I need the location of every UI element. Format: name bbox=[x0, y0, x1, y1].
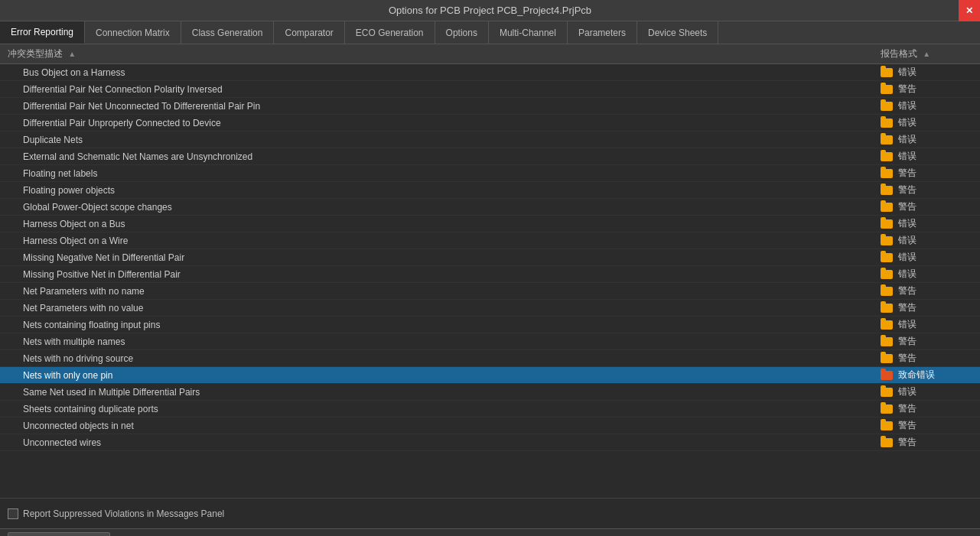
row-name: Net Parameters with no name bbox=[8, 286, 881, 297]
tab-options[interactable]: Options bbox=[435, 21, 489, 44]
table-row[interactable]: Harness Object on a Wire错误 bbox=[0, 232, 980, 249]
severity-label: 警告 bbox=[898, 402, 917, 415]
severity-label: 错误 bbox=[898, 116, 917, 129]
row-severity: 错误 bbox=[881, 150, 972, 163]
tab-error-reporting[interactable]: Error Reporting bbox=[0, 21, 85, 44]
tab-connection-matrix[interactable]: Connection Matrix bbox=[85, 21, 181, 44]
severity-label: 警告 bbox=[898, 335, 917, 348]
severity-label: 警告 bbox=[898, 83, 917, 96]
table-row[interactable]: Global Power-Object scope changes警告 bbox=[0, 199, 980, 216]
folder-icon bbox=[881, 203, 893, 212]
row-name: Differential Pair Net Connection Polarit… bbox=[8, 84, 881, 95]
severity-label: 警告 bbox=[898, 284, 917, 297]
severity-label: 错误 bbox=[898, 251, 917, 264]
table-row[interactable]: Floating power objects警告 bbox=[0, 182, 980, 199]
row-severity: 警告 bbox=[881, 335, 972, 348]
severity-label: 错误 bbox=[898, 99, 917, 112]
sort-arrow-col1: ▲ bbox=[68, 50, 76, 58]
folder-icon bbox=[881, 404, 893, 414]
row-severity: 致命错误 bbox=[881, 369, 972, 382]
row-severity: 错误 bbox=[881, 234, 972, 247]
folder-icon bbox=[881, 152, 893, 161]
row-severity: 错误 bbox=[881, 318, 972, 331]
table-row[interactable]: Differential Pair Net Connection Polarit… bbox=[0, 81, 980, 98]
table-row[interactable]: Nets with only one pin致命错误 bbox=[0, 367, 980, 384]
close-button[interactable]: ✕ bbox=[959, 0, 980, 21]
folder-icon bbox=[881, 236, 893, 245]
tab-eco-generation[interactable]: ECO Generation bbox=[345, 21, 435, 44]
table-row[interactable]: Harness Object on a Bus错误 bbox=[0, 216, 980, 232]
table-row[interactable]: Net Parameters with no name警告 bbox=[0, 283, 980, 300]
row-severity: 警告 bbox=[881, 284, 972, 297]
severity-label: 错误 bbox=[898, 385, 917, 398]
table-row[interactable]: Nets containing floating input pins错误 bbox=[0, 317, 980, 333]
severity-label: 警告 bbox=[898, 167, 917, 180]
row-severity: 警告 bbox=[881, 402, 972, 415]
table-row[interactable]: External and Schematic Net Names are Uns… bbox=[0, 148, 980, 165]
severity-label: 警告 bbox=[898, 200, 917, 213]
row-name: Unconnected objects in net bbox=[8, 421, 881, 431]
folder-icon bbox=[881, 287, 893, 296]
row-name: Bus Object on a Harness bbox=[8, 67, 881, 78]
table-row[interactable]: Same Net used in Multiple Differential P… bbox=[0, 384, 980, 401]
folder-icon bbox=[881, 68, 893, 77]
row-severity: 警告 bbox=[881, 167, 972, 180]
row-name: Harness Object on a Bus bbox=[8, 219, 881, 229]
table-row[interactable]: Bus Object on a Harness错误 bbox=[0, 64, 980, 81]
row-name: Missing Positive Net in Differential Pai… bbox=[8, 269, 881, 280]
table-row[interactable]: Differential Pair Net Unconnected To Dif… bbox=[0, 98, 980, 115]
severity-label: 警告 bbox=[898, 301, 917, 314]
suppress-violations-checkbox[interactable] bbox=[8, 508, 18, 519]
severity-label: 错误 bbox=[898, 268, 917, 281]
severity-label: 警告 bbox=[898, 352, 917, 365]
table-row[interactable]: Unconnected objects in net警告 bbox=[0, 417, 980, 434]
table-row[interactable]: Missing Negative Net in Differential Pai… bbox=[0, 249, 980, 266]
tab-multi-channel[interactable]: Multi-Channel bbox=[489, 21, 568, 44]
table-row[interactable]: Differential Pair Unproperly Connected t… bbox=[0, 115, 980, 132]
table-row[interactable]: Nets with multiple names警告 bbox=[0, 333, 980, 350]
tab-comparator[interactable]: Comparator bbox=[274, 21, 344, 44]
main-content: Bus Object on a Harness错误Differential Pa… bbox=[0, 64, 980, 498]
suppress-violations-checkbox-container: Report Suppressed Violations in Messages… bbox=[8, 508, 224, 519]
row-severity: 警告 bbox=[881, 83, 972, 96]
table-row[interactable]: Unconnected wires警告 bbox=[0, 434, 980, 451]
table-row[interactable]: Nets with no driving source警告 bbox=[0, 350, 980, 367]
folder-icon bbox=[881, 119, 893, 128]
table-row[interactable]: Net Parameters with no value警告 bbox=[0, 300, 980, 317]
table-row[interactable]: Sheets containing duplicate ports警告 bbox=[0, 401, 980, 417]
col2-header: 报告格式 ▲ bbox=[881, 47, 972, 60]
severity-label: 错误 bbox=[898, 150, 917, 163]
row-name: Nets with no driving source bbox=[8, 353, 881, 364]
folder-icon bbox=[881, 337, 893, 346]
tab-device-sheets[interactable]: Device Sheets bbox=[637, 21, 718, 44]
table-row[interactable]: Floating net labels警告 bbox=[0, 165, 980, 182]
tab-class-generation[interactable]: Class Generation bbox=[181, 21, 275, 44]
folder-icon bbox=[881, 169, 893, 178]
table-row[interactable]: Missing Positive Net in Differential Pai… bbox=[0, 266, 980, 283]
suppress-violations-label: Report Suppressed Violations in Messages… bbox=[23, 508, 224, 519]
severity-label: 错误 bbox=[898, 318, 917, 331]
set-default-button[interactable]: 设置成安装缺省 (D) bbox=[8, 532, 110, 536]
row-name: Nets containing floating input pins bbox=[8, 320, 881, 330]
row-name: Missing Negative Net in Differential Pai… bbox=[8, 252, 881, 263]
row-severity: 错误 bbox=[881, 116, 972, 129]
folder-icon bbox=[881, 304, 893, 313]
row-severity: 错误 bbox=[881, 385, 972, 398]
tab-parameters[interactable]: Parameters bbox=[568, 21, 637, 44]
row-severity: 错误 bbox=[881, 251, 972, 264]
table-body[interactable]: Bus Object on a Harness错误Differential Pa… bbox=[0, 64, 980, 498]
row-severity: 警告 bbox=[881, 419, 972, 432]
severity-label: 错误 bbox=[898, 217, 917, 230]
table-row[interactable]: Duplicate Nets错误 bbox=[0, 132, 980, 148]
row-name: Global Power-Object scope changes bbox=[8, 202, 881, 213]
row-severity: 警告 bbox=[881, 436, 972, 449]
row-severity: 错误 bbox=[881, 268, 972, 281]
folder-icon bbox=[881, 354, 893, 363]
folder-icon bbox=[881, 85, 893, 94]
folder-icon bbox=[881, 388, 893, 397]
row-name: Net Parameters with no value bbox=[8, 303, 881, 313]
row-severity: 错误 bbox=[881, 133, 972, 146]
row-name: External and Schematic Net Names are Uns… bbox=[8, 151, 881, 162]
folder-icon bbox=[881, 421, 893, 430]
col1-header: 冲突类型描述 ▲ bbox=[8, 47, 881, 60]
